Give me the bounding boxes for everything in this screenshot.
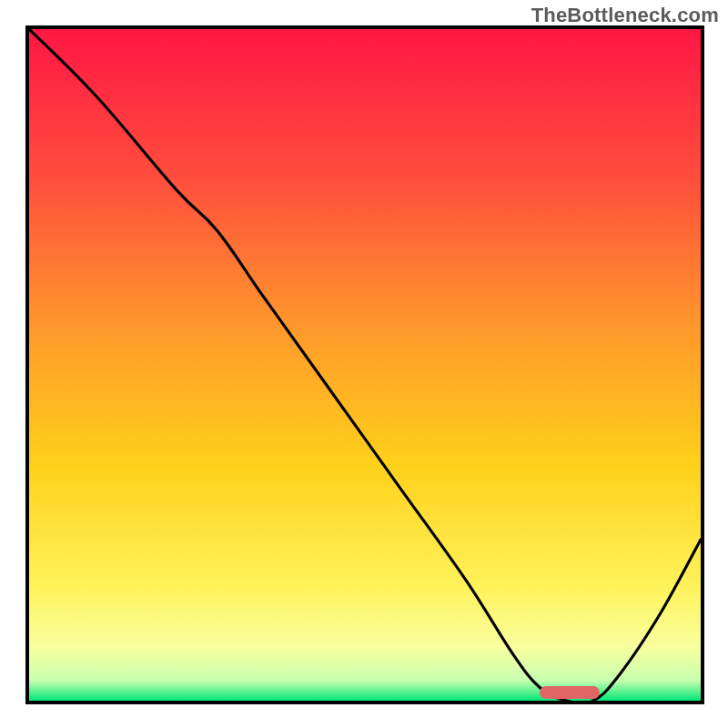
chart-root: TheBottleneck.com: [0, 0, 728, 728]
optimum-marker: [540, 686, 600, 699]
watermark-text: TheBottleneck.com: [531, 4, 719, 27]
plot-svg: [29, 29, 701, 701]
gradient-background: [29, 29, 701, 701]
chart-frame: [25, 25, 704, 704]
